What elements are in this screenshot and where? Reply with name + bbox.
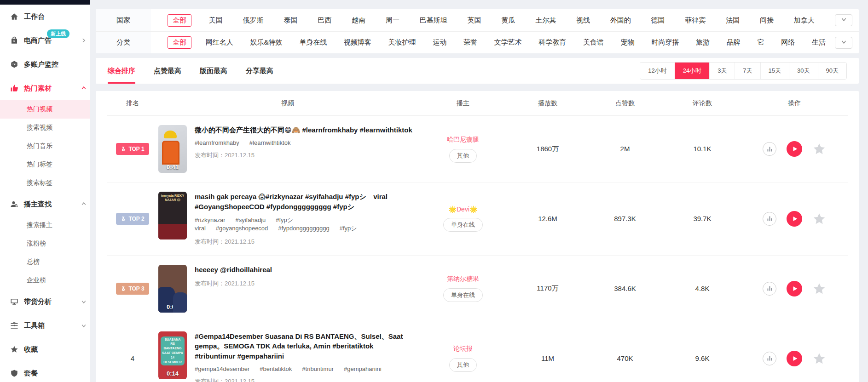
- category-option[interactable]: 网络: [778, 37, 798, 48]
- video-title[interactable]: 微小的不同会产生很大的不同😄🙈 #learnfromkhaby #learnwi…: [195, 125, 412, 135]
- favorite-star-button[interactable]: [812, 352, 826, 365]
- analytics-button[interactable]: [763, 352, 776, 365]
- category-option[interactable]: 宠物: [618, 37, 637, 48]
- sidebar-item-follower-growth-rank[interactable]: 涨粉榜: [0, 234, 90, 253]
- sidebar-item-hot-hashtags[interactable]: 热门标签: [0, 155, 90, 174]
- country-option[interactable]: 泰国: [281, 15, 300, 26]
- hashtag[interactable]: #goyangshopeecod: [216, 225, 268, 232]
- sidebar-item-hot-music[interactable]: 热门音乐: [0, 137, 90, 155]
- favorite-star-button[interactable]: [812, 142, 826, 156]
- time-filter-5[interactable]: 30天: [789, 63, 817, 79]
- creator-name[interactable]: 论坛报: [417, 345, 509, 353]
- hashtag[interactable]: #beritatiktok: [260, 365, 292, 372]
- category-option[interactable]: 网红名人: [203, 37, 236, 48]
- creator-name[interactable]: 🌟Devi🌟: [417, 205, 509, 213]
- sidebar-item-search-creators[interactable]: 搜索播主: [0, 216, 90, 234]
- video-thumbnail[interactable]: ternyata RIZKY NAZAR 😱 0:36: [158, 192, 187, 239]
- country-option[interactable]: 菲律宾: [682, 15, 708, 26]
- country-option[interactable]: 土尔其: [532, 15, 559, 26]
- video-thumbnail[interactable]: SUASANA RS BANTAENG SAAT GEMPA 14 DESEMB…: [158, 331, 187, 379]
- sidebar-item-toolbox[interactable]: 工具箱: [0, 314, 90, 337]
- sidebar-item-hot-materials[interactable]: 热门素材: [0, 76, 90, 100]
- country-expand-button[interactable]: [835, 14, 852, 26]
- category-option[interactable]: 旅游: [693, 37, 712, 48]
- category-option[interactable]: 品牌: [724, 37, 743, 48]
- hashtag[interactable]: #learnfromkhaby: [195, 139, 239, 146]
- play-button[interactable]: [787, 281, 802, 296]
- sort-tab-0[interactable]: 综合排序: [108, 58, 135, 84]
- sidebar-item-enterprise-rank[interactable]: 企业榜: [0, 271, 90, 290]
- video-title[interactable]: #Gempa14Desember Suasana Di RS BANTAENG、…: [195, 331, 413, 361]
- country-option[interactable]: 加拿大: [791, 15, 817, 26]
- country-option[interactable]: 英国: [465, 15, 484, 26]
- hashtag[interactable]: #fypdonggggggggg: [278, 225, 329, 232]
- country-option[interactable]: 俄罗斯: [240, 15, 266, 26]
- play-button[interactable]: [787, 351, 802, 366]
- time-filter-4[interactable]: 15天: [760, 63, 789, 79]
- country-option[interactable]: 黄瓜: [498, 15, 518, 26]
- country-option[interactable]: 外国的: [608, 15, 634, 26]
- country-option[interactable]: 巴西: [315, 15, 334, 26]
- sidebar-item-favorites[interactable]: 收藏: [0, 337, 90, 361]
- country-option[interactable]: 巴基斯坦: [417, 15, 450, 26]
- sidebar-item-workbench[interactable]: 工作台: [0, 5, 90, 29]
- analytics-button[interactable]: [763, 142, 776, 156]
- sidebar-item-search-videos[interactable]: 搜索视频: [0, 119, 90, 137]
- creator-name[interactable]: 第纳尔糖果: [417, 275, 509, 283]
- category-option[interactable]: 美食谱: [580, 37, 607, 48]
- sidebar-item-hot-videos[interactable]: 热门视频: [0, 100, 90, 119]
- sort-tab-2[interactable]: 版面最高: [200, 58, 227, 84]
- favorite-star-button[interactable]: [812, 212, 826, 226]
- video-thumbnail[interactable]: 0:07: [158, 265, 187, 313]
- category-option[interactable]: 运动: [430, 37, 449, 48]
- time-filter-6[interactable]: 90天: [818, 63, 846, 79]
- favorite-star-button[interactable]: [812, 282, 826, 296]
- hashtag[interactable]: #gempa14desember: [195, 365, 249, 372]
- category-option[interactable]: 视频博客: [341, 37, 374, 48]
- category-expand-button[interactable]: [835, 37, 852, 49]
- category-option[interactable]: 它: [755, 37, 767, 48]
- time-filter-0[interactable]: 12小时: [640, 63, 674, 79]
- category-option[interactable]: 娱乐&特效: [247, 37, 285, 48]
- time-filter-2[interactable]: 3天: [709, 63, 735, 79]
- video-thumbnail[interactable]: 0:41: [158, 125, 187, 173]
- sidebar-item-multi-account-monitor[interactable]: 多账户监控: [0, 52, 90, 76]
- category-option[interactable]: 全部: [168, 36, 191, 49]
- video-title[interactable]: heeeey @ridhoillahireal: [195, 265, 272, 275]
- category-option[interactable]: 单身在线: [296, 37, 330, 48]
- play-button[interactable]: [787, 141, 802, 157]
- category-option[interactable]: 荣誉: [461, 37, 480, 48]
- hashtag[interactable]: #rizkynazar: [195, 217, 225, 223]
- time-filter-1[interactable]: 24小时: [675, 63, 709, 79]
- country-option[interactable]: 越南: [349, 15, 368, 26]
- creator-name[interactable]: 哈巴尼瘸腿: [417, 136, 509, 144]
- country-option[interactable]: 德国: [648, 15, 668, 26]
- sort-tab-3[interactable]: 分享最高: [246, 58, 273, 84]
- analytics-button[interactable]: [763, 212, 776, 226]
- category-option[interactable]: 文学艺术: [492, 37, 525, 48]
- country-option[interactable]: 美国: [206, 15, 226, 26]
- hashtag[interactable]: #syifahadju: [235, 217, 266, 223]
- sidebar-item-ecommerce-analysis[interactable]: 带货分析: [0, 290, 90, 314]
- category-option[interactable]: 时尚穿搭: [648, 37, 682, 48]
- video-title[interactable]: masih gak percaya 😱#rizkynazar #syifahad…: [195, 192, 413, 212]
- sidebar-item-plans[interactable]: 套餐: [0, 361, 90, 382]
- country-option[interactable]: 周一: [383, 15, 402, 26]
- category-option[interactable]: 科学教育: [536, 37, 569, 48]
- sidebar-item-creator-search[interactable]: 播主查找: [0, 192, 90, 216]
- sidebar-item-search-hashtags[interactable]: 搜索标签: [0, 174, 90, 192]
- category-option[interactable]: 生活: [809, 37, 828, 48]
- country-option[interactable]: 间接: [757, 15, 776, 26]
- hashtag[interactable]: #tribuntimur: [302, 365, 334, 372]
- play-button[interactable]: [787, 211, 802, 227]
- sort-tab-1[interactable]: 点赞最高: [154, 58, 181, 84]
- sidebar-item-ecommerce-ads[interactable]: 电商广告 新上线: [0, 29, 90, 52]
- hashtag[interactable]: #fypシ: [340, 225, 357, 232]
- country-option[interactable]: 全部: [168, 14, 191, 27]
- hashtag[interactable]: #learnwithtiktok: [249, 139, 291, 146]
- sidebar-item-overall-rank[interactable]: 总榜: [0, 253, 90, 271]
- country-option[interactable]: 法国: [723, 15, 742, 26]
- time-filter-3[interactable]: 7天: [735, 63, 760, 79]
- analytics-button[interactable]: [763, 282, 776, 296]
- hashtag[interactable]: #gempahariini: [344, 365, 382, 372]
